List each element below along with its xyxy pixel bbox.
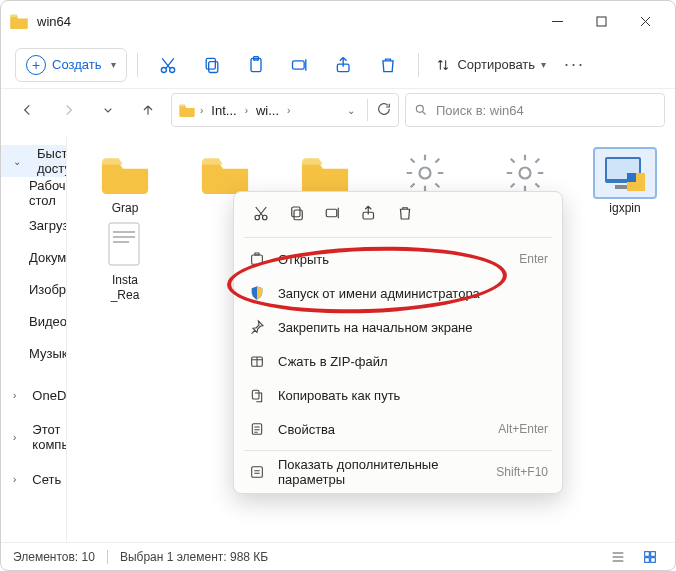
delete-icon[interactable] [396, 204, 414, 225]
chevron-right-icon[interactable]: › [200, 105, 203, 116]
folder-icon [178, 103, 196, 117]
svg-rect-7 [293, 60, 305, 68]
archive-icon [248, 352, 266, 370]
rename-icon[interactable] [324, 204, 342, 225]
refresh-button[interactable] [376, 101, 392, 120]
delete-button[interactable] [368, 45, 408, 85]
chevron-down-icon[interactable]: ⌄ [13, 156, 21, 167]
new-button-label: Создать [52, 57, 101, 72]
sidebar-thispc[interactable]: ›Этот компьютер [1, 421, 66, 453]
file-item-selected[interactable]: igxpin [585, 149, 665, 215]
search-box[interactable]: Поиск в: win64 [405, 93, 665, 127]
chevron-right-icon[interactable]: › [245, 105, 248, 116]
ctx-item-shortcut: Shift+F10 [496, 465, 548, 479]
svg-rect-30 [113, 231, 135, 233]
svg-rect-36 [292, 207, 300, 217]
sidebar-quick-access[interactable]: ⌄ Быстрый доступ [1, 145, 66, 177]
ctx-item-label: Запуск от имени администратора [278, 286, 548, 301]
close-button[interactable] [623, 5, 667, 37]
status-count: Элементов: 10 [13, 550, 95, 564]
back-button[interactable] [11, 93, 45, 127]
sidebar-network[interactable]: ›Сеть [1, 463, 66, 495]
svg-point-9 [416, 105, 423, 112]
gear-icon [503, 151, 547, 195]
title-bar: win64 [1, 1, 675, 41]
installer-icon [601, 151, 649, 195]
search-icon [414, 103, 428, 117]
svg-point-2 [170, 67, 175, 72]
ctx-show-more[interactable]: Показать дополнительные параметры Shift+… [234, 455, 562, 489]
rename-button[interactable] [280, 45, 320, 85]
sidebar-documents[interactable]: Документы📌 [1, 241, 66, 273]
address-bar[interactable]: › Int... › wi... › ⌄ [171, 93, 399, 127]
sidebar-item-label: Изображения [29, 282, 67, 297]
ctx-run-as-admin[interactable]: Запуск от имени администратора [234, 276, 562, 310]
icons-view-button[interactable] [637, 547, 663, 567]
ctx-item-shortcut: Alt+Enter [498, 422, 548, 436]
ctx-properties[interactable]: Свойства Alt+Enter [234, 412, 562, 446]
sidebar-item-label: Сеть [32, 472, 61, 487]
cut-icon[interactable] [252, 204, 270, 225]
sidebar-item-label: Быстрый доступ [37, 146, 67, 176]
sidebar-pictures[interactable]: Изображения📌 [1, 273, 66, 305]
sidebar-item-label: Документы [29, 250, 67, 265]
address-history-button[interactable]: ⌄ [343, 105, 359, 116]
sidebar-item-label: Музыка [29, 346, 67, 361]
open-icon [248, 250, 266, 268]
svg-point-1 [162, 67, 167, 72]
share-button[interactable] [324, 45, 364, 85]
paste-button[interactable] [236, 45, 276, 85]
copy-path-icon [248, 386, 266, 404]
svg-rect-35 [294, 210, 302, 220]
gear-icon [403, 151, 447, 195]
sidebar-item-label: Загрузки [29, 218, 67, 233]
chevron-right-icon[interactable]: › [13, 432, 16, 443]
minimize-button[interactable] [535, 5, 579, 37]
ctx-zip[interactable]: Сжать в ZIP-файл [234, 344, 562, 378]
svg-rect-37 [326, 209, 337, 217]
ctx-pin-start[interactable]: Закрепить на начальном экране [234, 310, 562, 344]
context-menu: Открыть Enter Запуск от имени администра… [233, 191, 563, 494]
recent-button[interactable] [91, 93, 125, 127]
ctx-item-label: Копировать как путь [278, 388, 548, 403]
more-button[interactable]: ··· [556, 54, 593, 75]
chevron-right-icon[interactable]: › [13, 390, 16, 401]
copy-button[interactable] [192, 45, 232, 85]
status-bar: Элементов: 10 Выбран 1 элемент: 988 КБ [1, 542, 675, 570]
ctx-item-label: Открыть [278, 252, 507, 267]
chevron-right-icon[interactable]: › [287, 105, 290, 116]
maximize-button[interactable] [579, 5, 623, 37]
svg-point-34 [263, 215, 268, 220]
copy-icon[interactable] [288, 204, 306, 225]
text-file-icon [104, 221, 146, 269]
sidebar-downloads[interactable]: Загрузки📌 [1, 209, 66, 241]
svg-rect-0 [597, 17, 606, 26]
share-icon[interactable] [360, 204, 378, 225]
ctx-open[interactable]: Открыть Enter [234, 242, 562, 276]
sidebar-video[interactable]: Видео [1, 305, 66, 337]
sidebar-desktop[interactable]: Рабочий стол📌 [1, 177, 66, 209]
status-selection: Выбран 1 элемент: 988 КБ [120, 550, 268, 564]
breadcrumb-item[interactable]: wi... [252, 101, 283, 120]
file-item[interactable]: Insta _Rea [85, 221, 165, 302]
sort-button[interactable]: Сортировать ▾ [429, 57, 552, 73]
breadcrumb-item[interactable]: Int... [207, 101, 240, 120]
file-item[interactable]: Grap [85, 149, 165, 215]
cut-button[interactable] [148, 45, 188, 85]
details-view-button[interactable] [605, 547, 631, 567]
sidebar-onedrive[interactable]: ›OneDrive [1, 379, 66, 411]
forward-button[interactable] [51, 93, 85, 127]
svg-rect-3 [209, 61, 218, 72]
new-button[interactable]: + Создать ▾ [15, 48, 127, 82]
ctx-copy-path[interactable]: Копировать как путь [234, 378, 562, 412]
folder-icon [199, 152, 251, 194]
ctx-item-label: Показать дополнительные параметры [278, 457, 484, 487]
chevron-right-icon[interactable]: › [13, 474, 16, 485]
sidebar-music[interactable]: Музыка [1, 337, 66, 369]
sort-icon [435, 57, 451, 73]
up-button[interactable] [131, 93, 165, 127]
folder-icon [9, 13, 29, 29]
file-label: Grap [112, 201, 139, 215]
sidebar-item-label: Видео [29, 314, 67, 329]
svg-point-25 [520, 168, 531, 179]
